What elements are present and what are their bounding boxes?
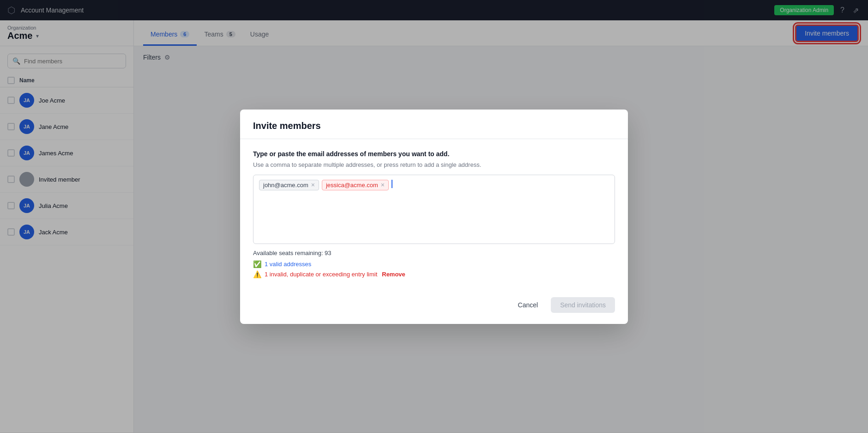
send-invitations-button[interactable]: Send invitations bbox=[551, 297, 615, 313]
modal-footer: Cancel Send invitations bbox=[240, 290, 628, 324]
email-tag-valid: john@acme.com × bbox=[259, 180, 319, 190]
email-input-area[interactable]: john@acme.com × jessica@acme.com × bbox=[253, 175, 615, 244]
email-tag-value: john@acme.com bbox=[263, 182, 308, 189]
modal-header: Invite members bbox=[240, 110, 628, 139]
seats-remaining: Available seats remaining: 93 bbox=[253, 250, 615, 256]
email-tag-invalid: jessica@acme.com × bbox=[322, 180, 389, 190]
invite-members-modal: Invite members Type or paste the email a… bbox=[240, 110, 628, 324]
instruction-bold: Type or paste the email addresses of mem… bbox=[253, 150, 615, 158]
invalid-addresses-line: ⚠️ 1 invalid, duplicate or exceeding ent… bbox=[253, 270, 615, 279]
email-tag-remove-icon[interactable]: × bbox=[381, 182, 385, 188]
modal-overlay: Invite members Type or paste the email a… bbox=[0, 0, 868, 433]
modal-body: Type or paste the email addresses of mem… bbox=[240, 139, 628, 290]
remove-invalid-link[interactable]: Remove bbox=[382, 271, 405, 278]
valid-addresses-line: ✅ 1 valid addresses bbox=[253, 260, 615, 268]
instruction-sub: Use a comma to separate multiple address… bbox=[253, 161, 615, 168]
invalid-icon: ⚠️ bbox=[253, 270, 262, 279]
valid-count-text: 1 valid addresses bbox=[265, 261, 311, 268]
cancel-button[interactable]: Cancel bbox=[511, 298, 546, 312]
invalid-count-text: 1 invalid, duplicate or exceeding entry … bbox=[265, 271, 377, 278]
valid-icon: ✅ bbox=[253, 260, 262, 268]
email-tag-value: jessica@acme.com bbox=[326, 182, 378, 189]
text-cursor bbox=[392, 180, 392, 188]
email-tag-remove-icon[interactable]: × bbox=[311, 182, 315, 188]
modal-title: Invite members bbox=[253, 121, 615, 131]
